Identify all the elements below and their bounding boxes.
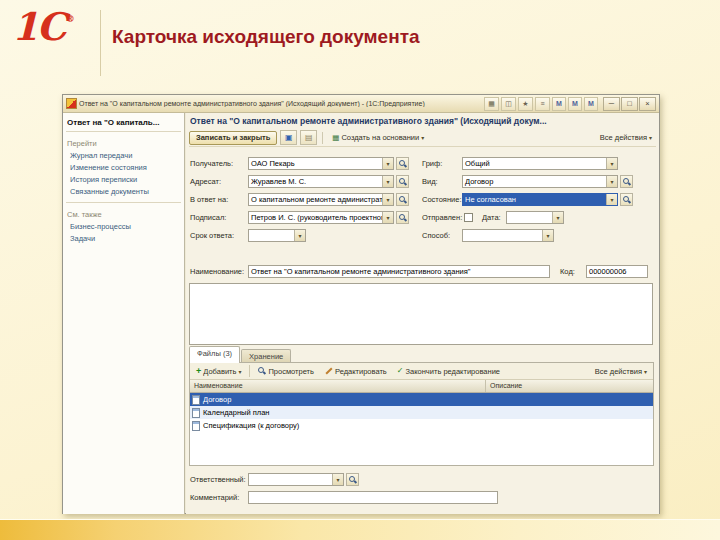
table-row[interactable]: Договор [190,393,653,406]
form-title: Ответ на "О капитальном ремонте админист… [190,116,655,126]
search-icon [399,160,407,168]
field-label-comment: Комментарий: [190,493,239,502]
signed-by-field[interactable]: Петров И. С. (руководитель проектного бю… [248,211,394,224]
dropdown-icon[interactable]: ▾ [542,230,553,241]
field-label-sent-date: Дата: [482,213,501,222]
based-on-icon: ▦ [332,133,339,142]
dropdown-icon[interactable]: ▾ [606,176,617,187]
maximize-icon[interactable]: □ [621,97,638,111]
service-icon-3[interactable]: ★ [518,97,533,111]
column-header-description[interactable]: Описание [486,380,653,392]
service-icon-2[interactable]: ◫ [501,97,516,111]
dropdown-icon[interactable]: ▾ [382,194,393,205]
1c-logo: 1С® [12,4,73,49]
sent-date-field[interactable]: ▾ [506,211,564,224]
reply-deadline-field[interactable]: ▾ [248,229,306,242]
column-header-name[interactable]: Наименование [190,380,486,392]
dropdown-icon[interactable]: ▾ [382,212,393,223]
recipient-field[interactable]: ОАО Пекарь ▾ [248,157,394,170]
search-icon [623,196,631,204]
table-row[interactable]: Календарный план [190,406,653,419]
dropdown-icon[interactable]: ▾ [606,158,617,169]
chevron-down-icon: ▾ [556,214,559,221]
add-file-label: Добавить [203,367,236,376]
field-label-name: Наименование: [190,267,244,276]
addressee-field[interactable]: Журавлев М. С. ▾ [248,175,394,188]
tab-storage[interactable]: Хранение [241,349,291,363]
in-reply-to-field[interactable]: О капитальном ремонте административного … [248,193,394,206]
sidebar-item-correspondence-history[interactable]: История переписки [70,175,180,184]
files-panel: + Добавить ▾ Просмотреть Редактировать [189,362,654,466]
all-actions-button[interactable]: Все действия ▾ [596,132,656,143]
field-label-state: Состояние: [422,195,462,204]
sidebar-item-business-processes[interactable]: Бизнес-процессы [70,222,180,231]
nav-divider [66,131,181,132]
classification-field[interactable]: Общий ▾ [462,157,618,170]
kind-lookup-button[interactable] [620,175,633,188]
responsible-field[interactable]: ▾ [248,473,344,486]
comment-field[interactable] [248,491,498,504]
signed-by-lookup-button[interactable] [396,211,409,224]
sidebar-item-linked-documents[interactable]: Связанные документы [70,187,180,196]
view-file-button[interactable]: Просмотреть [254,366,318,377]
save-icon[interactable]: ▣ [280,130,297,145]
chevron-down-icon: ▾ [386,160,389,167]
calendar-dropdown-icon[interactable]: ▾ [294,230,305,241]
sidebar-item-state-change[interactable]: Изменение состояния [70,163,180,172]
sent-checkbox[interactable] [464,213,473,222]
dropdown-icon[interactable]: ▾ [382,158,393,169]
document-text-area[interactable] [189,283,653,345]
memory-button-1[interactable]: М [552,97,566,111]
addressee-lookup-button[interactable] [396,175,409,188]
files-all-actions-button[interactable]: Все действия ▾ [591,366,651,377]
create-based-on-button[interactable]: ▦ Создать на основании ▾ [328,132,428,143]
search-icon [399,178,407,186]
in-reply-to-lookup-button[interactable] [396,193,409,206]
edit-icon [324,367,333,376]
sidebar-item-tasks[interactable]: Задачи [70,234,180,243]
calendar-dropdown-icon[interactable]: ▾ [552,212,563,223]
signed-by-value: Петров И. С. (руководитель проектного бю… [249,213,382,222]
field-label-reply-deadline: Срок ответа: [190,231,234,240]
table-row[interactable]: Спецификация (к договору) [190,419,653,432]
sidebar-item-transfer-log[interactable]: Журнал передачи [70,151,180,160]
dropdown-icon[interactable]: ▾ [382,176,393,187]
kind-field[interactable]: Договор ▾ [462,175,618,188]
slide-footer-band [0,519,720,540]
field-label-recipient: Получатель: [190,159,233,168]
code-field[interactable]: 000000006 [586,265,648,278]
tab-files[interactable]: Файлы (3) [189,346,240,363]
add-file-button[interactable]: + Добавить ▾ [192,366,245,377]
responsible-lookup-button[interactable] [346,473,359,486]
copy-icon[interactable]: ▤ [300,130,317,145]
finish-editing-button[interactable]: ✓ Закончить редактирование [393,366,504,377]
field-label-responsible: Ответственный: [190,475,246,484]
service-icon-1[interactable]: ▦ [484,97,499,111]
edit-file-button[interactable]: Редактировать [320,366,391,377]
state-lookup-button[interactable] [620,193,633,206]
memory-button-3[interactable]: М [584,97,598,111]
dropdown-icon[interactable]: ▾ [606,194,617,205]
name-field[interactable]: Ответ на "О капитальном ремонте админист… [248,265,550,278]
recipient-lookup-button[interactable] [396,157,409,170]
save-and-close-button[interactable]: Записать и закрыть [189,131,277,145]
chevron-down-icon: ▾ [386,178,389,185]
state-field[interactable]: Не согласован ▾ [462,193,618,206]
chevron-down-icon: ▾ [336,476,339,483]
memory-button-2[interactable]: М [568,97,582,111]
service-icon-4[interactable]: ≡ [535,97,550,111]
slide: 1С® Карточка исходящего документа Ответ … [0,0,720,540]
dropdown-icon[interactable]: ▾ [332,474,343,485]
app-window: Ответ на "О капитальном ремонте админист… [62,94,660,514]
chevron-down-icon: ▾ [238,368,241,375]
page-title: Карточка исходящего документа [112,26,420,48]
chevron-down-icon: ▾ [610,196,613,203]
document-icon [192,408,200,418]
minimize-icon[interactable]: ─ [603,97,620,111]
close-icon[interactable]: × [639,97,656,111]
name-value: Ответ на "О капитальном ремонте админист… [249,267,549,276]
edit-file-label: Редактировать [335,367,387,376]
field-label-in-reply-to: В ответ на: [190,195,228,204]
check-icon: ✓ [397,367,404,375]
method-field[interactable]: ▾ [462,229,554,242]
